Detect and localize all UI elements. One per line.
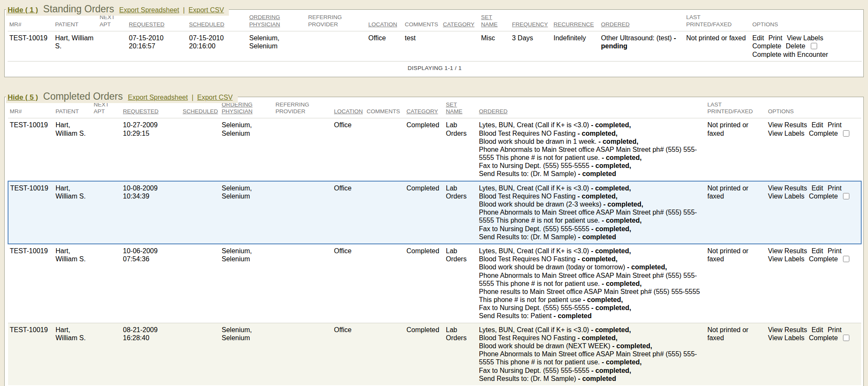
ordered-item-status: - completed,: [602, 217, 642, 224]
export-divider: |: [183, 6, 185, 14]
ordered-item-text: Send Results to: (Dr. M Sample): [479, 233, 578, 241]
view-labels-link[interactable]: View Labels: [768, 193, 804, 200]
ordered-item: Lytes, BUN, Creat (Call if K+ is <3.0) -…: [479, 184, 702, 192]
col-set-name[interactable]: SET NAME: [444, 99, 477, 118]
ordered-item: Phone Abnormals to Main Street office AS…: [479, 350, 702, 366]
completed-orders-table: MR#PATIENTNEXT APTREQUESTEDSCHEDULEDORDE…: [8, 99, 862, 385]
view-results-link[interactable]: View Results: [768, 247, 807, 255]
col-comments: COMMENTS: [365, 99, 405, 118]
edit-link[interactable]: Edit: [812, 185, 823, 192]
view-labels-link[interactable]: View Labels: [787, 34, 823, 42]
cell-location: Office: [332, 118, 365, 181]
row-checkbox[interactable]: [811, 43, 817, 49]
print-link[interactable]: Print: [828, 326, 842, 333]
print-link[interactable]: Print: [828, 185, 842, 192]
ordered-item: Blood work should be drawn (today or tom…: [479, 263, 702, 271]
ordered-item: Lytes, BUN, Creat (Call if K+ is <3.0) -…: [479, 326, 702, 334]
print-link[interactable]: Print: [828, 247, 842, 255]
view-results-link[interactable]: View Results: [768, 121, 807, 129]
col-location[interactable]: LOCATION: [367, 11, 403, 31]
col-ordered[interactable]: ORDERED: [599, 11, 684, 31]
row-checkbox[interactable]: [843, 256, 849, 262]
hide-standing-link[interactable]: Hide ( 1 ): [8, 6, 38, 14]
ordered-item: Lytes, BUN, Creat (Call if K+ is <3.0) -…: [479, 121, 702, 129]
edit-link[interactable]: Edit: [812, 121, 823, 129]
print-link[interactable]: Print: [768, 34, 782, 42]
ordered-item-status: - completed,: [602, 280, 642, 287]
ordered-item: Fax to Nursing Dept. (555) 555-5555 - co…: [479, 304, 702, 312]
completed-orders-legend: Hide ( 5 ) Completed Orders Export Sprea…: [6, 91, 238, 103]
cell-ordered: Lytes, BUN, Creat (Call if K+ is <3.0) -…: [477, 244, 706, 323]
view-labels-link[interactable]: View Labels: [768, 255, 804, 263]
ordered-item-status: - completed,: [583, 296, 623, 303]
complete-link[interactable]: Complete: [809, 130, 837, 137]
ordered-item-text: Blood work should be drawn (today or tom…: [479, 263, 627, 271]
delete-link[interactable]: Delete: [786, 42, 805, 50]
ordered-item-status: - completed: [578, 170, 616, 177]
paging-row: DISPLAYING 1-1 / 1: [8, 62, 862, 74]
edit-link[interactable]: Edit: [812, 326, 823, 333]
cell-mr: TEST-10019: [8, 181, 54, 244]
cell-category: Completed: [405, 118, 444, 181]
cell-scheduled: 07-15-2010 20:16:00: [187, 31, 248, 62]
cell-ordering-physician: Selenium, Selenium: [248, 31, 306, 62]
cell-comments: [365, 118, 405, 181]
cell-options: View Results Edit Print View Labels Comp…: [766, 244, 861, 323]
complete-link[interactable]: Complete: [809, 334, 837, 341]
col-category[interactable]: CATEGORY: [441, 11, 479, 31]
cell-referring-provider: [274, 323, 332, 385]
hide-completed-link[interactable]: Hide ( 5 ): [8, 93, 38, 102]
edit-link[interactable]: Edit: [812, 247, 823, 255]
col-recurrence[interactable]: RECURRENCE: [552, 11, 599, 31]
ordered-item-text: Fax to Nursing Dept. (555) 555-5555: [479, 162, 591, 169]
ordered-item: Other Ultrasound: (test) - pending: [601, 34, 681, 50]
row-checkbox[interactable]: [843, 193, 849, 199]
cell-next-apt: [92, 181, 121, 244]
cell-category: [441, 31, 479, 62]
ordered-item-text: Lytes, BUN, Creat (Call if K+ is <3.0): [479, 247, 591, 255]
col-location[interactable]: LOCATION: [332, 99, 365, 118]
col-referring-provider: REFERRING PROVIDER: [306, 11, 367, 31]
export-csv-link[interactable]: Export CSV: [189, 6, 224, 14]
ordered-item: Blood work should be drawn in 1 week. - …: [479, 137, 702, 145]
export-divider: |: [192, 94, 193, 101]
view-results-link[interactable]: View Results: [768, 326, 807, 333]
export-spreadsheet-link[interactable]: Export Spreadsheet: [119, 6, 179, 14]
ordered-item-text: Blood work should be drawn in 1 week.: [479, 138, 598, 145]
col-ordered[interactable]: ORDERED: [477, 99, 706, 118]
ordered-item-text: Send Results to: (Dr. M Sample): [479, 170, 578, 177]
cell-options: View Results Edit Print View Labels Comp…: [766, 181, 861, 244]
ordered-item: Send Results to: (Dr. M Sample) - comple…: [479, 375, 702, 383]
view-results-link[interactable]: View Results: [768, 185, 807, 192]
col-ordering-physician[interactable]: ORDERING PHYSICIAN: [248, 11, 306, 31]
view-labels-link[interactable]: View Labels: [768, 130, 804, 137]
ordered-item-text: Phone Abnormals to Main Street office AS…: [479, 209, 697, 224]
complete-with-encounter-link[interactable]: Complete with Encounter: [752, 50, 858, 59]
edit-link[interactable]: Edit: [752, 34, 764, 42]
ordered-item-text: Lytes, BUN, Creat (Call if K+ is <3.0): [479, 326, 591, 333]
ordered-item: Send Results to: (Dr. M Sample) - comple…: [479, 233, 702, 241]
col-category[interactable]: CATEGORY: [405, 99, 444, 118]
complete-link[interactable]: Complete: [752, 42, 781, 50]
complete-link[interactable]: Complete: [809, 255, 837, 263]
export-csv-link[interactable]: Export CSV: [197, 94, 233, 101]
row-checkbox[interactable]: [843, 130, 849, 137]
row-checkbox[interactable]: [843, 335, 849, 341]
col-frequency[interactable]: FREQUENCY: [510, 11, 552, 31]
cell-mr: TEST-10019: [8, 118, 54, 181]
cell-ordering-physician: Selenium, Selenium: [220, 323, 274, 385]
cell-comments: [365, 181, 405, 244]
ordered-item-text: Other Ultrasound: (test): [601, 34, 674, 42]
view-labels-link[interactable]: View Labels: [768, 334, 804, 341]
cell-requested: 07-15-2010 20:16:57: [127, 31, 187, 62]
export-spreadsheet-link[interactable]: Export Spreadsheet: [128, 94, 188, 101]
cell-set-name: Lab Orders: [444, 244, 477, 323]
cell-set-name: Lab Orders: [444, 118, 477, 181]
print-link[interactable]: Print: [828, 121, 842, 129]
ordered-item: Lytes, BUN, Creat (Call if K+ is <3.0) -…: [479, 247, 702, 255]
complete-link[interactable]: Complete: [809, 193, 837, 200]
col-set-name[interactable]: SET NAME: [479, 11, 510, 31]
completed-orders-table-wrap: MR#PATIENTNEXT APTREQUESTEDSCHEDULEDORDE…: [8, 99, 860, 385]
cell-patient: Hart, William S.: [54, 118, 92, 181]
ordered-item-text: Lytes, BUN, Creat (Call if K+ is <3.0): [479, 185, 591, 192]
